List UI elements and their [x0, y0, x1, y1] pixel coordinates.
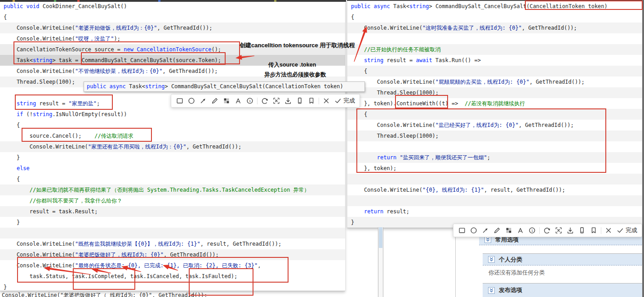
code-line: {	[0, 174, 345, 184]
toolbar-divider	[257, 98, 258, 104]
annotation-note: 异步方法也必须接收参数	[264, 71, 326, 79]
arrow-tool-icon[interactable]	[480, 225, 491, 235]
chevron-double-down-icon	[488, 256, 495, 263]
code-line	[347, 174, 644, 184]
code-line: //已开始执行的任务不能被取消	[347, 44, 644, 55]
code-line: string result = await Task.Run(() =>	[347, 55, 644, 66]
svg-text:1: 1	[249, 99, 251, 103]
done-button[interactable]: 完成	[614, 226, 639, 234]
code-line: {	[0, 12, 345, 22]
code-line: Console.WriteLine("这时我准备去买盐了，线程Id为: {0}"…	[347, 22, 644, 33]
section-header-publish-options[interactable]: 发布选项	[483, 284, 644, 297]
clipped-code-line: Console.WriteLine("老婆把饭做好了（ 线程Id为: {0}",…	[0, 292, 346, 297]
chevron-double-down-icon	[488, 287, 495, 294]
text-tool-icon[interactable]	[232, 96, 244, 106]
annotation-note: 传入source .token	[268, 61, 316, 69]
pin-icon[interactable]	[576, 225, 588, 235]
close-icon[interactable]	[603, 225, 614, 235]
toolbar-divider	[601, 227, 601, 234]
code-line: Console.WriteLine("家里还有盐不用买啦，线程Id为：{0}",…	[0, 141, 345, 152]
code-line: Thread.Sleep(1000);	[347, 87, 644, 98]
code-line	[0, 228, 345, 238]
code-line: Console.WriteLine("老婆开始做饭，线程Id为：{0}", Ge…	[0, 22, 345, 33]
annotation-red-box	[356, 108, 606, 173]
code-line: Console.WriteLine("{0}, 线程Id为: {1}", res…	[347, 184, 644, 195]
section-header-personal-category[interactable]: 个人分类	[483, 254, 644, 266]
ellipse-tool-icon[interactable]	[468, 225, 480, 235]
step-number-tool-icon[interactable]: 1	[244, 96, 256, 106]
annotation-toolbar: 1完成	[453, 224, 642, 237]
ellipse-tool-icon[interactable]	[186, 96, 197, 106]
code-line: }	[0, 152, 345, 163]
panel-divider	[455, 227, 456, 297]
done-check-icon	[334, 97, 342, 105]
annotation-note: 创建cancelltion tokensource 用于取消线程	[240, 41, 355, 50]
annotation-red-box	[81, 52, 226, 65]
code-line: public void CookDinner_CancelBuySalt()	[0, 1, 345, 12]
pin-icon[interactable]	[294, 96, 306, 106]
scrollbar-thumb[interactable]	[379, 227, 382, 248]
code-line: return result;	[347, 206, 644, 217]
bookmark-icon[interactable]	[306, 96, 317, 106]
ocr-icon[interactable]	[271, 96, 282, 106]
rect-tool-icon[interactable]	[174, 96, 186, 106]
text-tool-icon[interactable]	[515, 225, 526, 235]
pen-tool-icon[interactable]	[491, 225, 503, 235]
bookmark-icon[interactable]	[588, 225, 600, 235]
done-button[interactable]: 完成	[332, 97, 357, 105]
section-label: 发布选项	[499, 286, 522, 294]
mosaic-tool-icon[interactable]	[221, 96, 232, 106]
code-line: Console.WriteLine("既然有盐我就继续炒菜【{0}】，线程Id为…	[0, 238, 345, 249]
annotation-red-box	[395, 95, 448, 108]
code-line: //你都叫我不要买了，我拿什么给你？	[0, 195, 345, 206]
code-line: }, token).ContinueWith((t) => //若没有取消就继续…	[347, 98, 644, 109]
code-line: if (!string.IsNullOrEmpty(result))	[0, 109, 345, 120]
method-signature-tooltip: public async Task<string> CommandBuySalt…	[84, 81, 365, 92]
chevron-double-down-icon	[484, 236, 491, 243]
window-edge-strip	[642, 0, 644, 297]
done-label: 完成	[343, 97, 355, 105]
code-line: //如果已取消就不能再获得结果了（否则将抛出 System.Threading.…	[0, 184, 345, 195]
screenshot-root: { "colors": { "annotation_red": "#d23b2e…	[0, 0, 644, 297]
no-category-hint: 你还没有添加任何分类	[489, 269, 545, 277]
undo-icon[interactable]	[259, 96, 271, 106]
page-scrollbar[interactable]	[378, 227, 383, 297]
rect-tool-icon[interactable]	[456, 225, 468, 235]
annotation-toolbar: 1完成	[171, 94, 360, 108]
code-line: result = task.Result;	[0, 206, 345, 217]
step-number-tool-icon[interactable]: 1	[526, 225, 538, 235]
undo-icon[interactable]	[541, 225, 553, 235]
code-line: }	[0, 217, 345, 228]
code-line	[347, 33, 644, 44]
toolbar-divider	[539, 227, 540, 234]
save-icon[interactable]	[564, 225, 576, 235]
done-check-icon	[616, 226, 624, 234]
code-line: Console.WriteLine("屁颠屁颠的去买盐，线程Id为: {0}",…	[347, 76, 644, 87]
code-line: {	[347, 66, 644, 76]
code-line: }	[0, 282, 345, 291]
svg-text:1: 1	[531, 229, 533, 233]
code-line	[347, 195, 644, 206]
save-icon[interactable]	[282, 96, 294, 106]
mosaic-tool-icon[interactable]	[503, 225, 515, 235]
annotation-red-box	[525, 0, 643, 10]
close-icon[interactable]	[320, 96, 332, 106]
toolbar-divider	[319, 98, 319, 104]
done-label: 完成	[626, 226, 637, 234]
annotation-red-box	[15, 94, 113, 110]
clipped-window-chrome	[0, 0, 346, 2]
section-label: 个人分类	[499, 256, 522, 264]
annotation-red-box	[22, 128, 152, 142]
arrow-tool-icon[interactable]	[197, 96, 209, 106]
annotation-red-box	[73, 268, 135, 290]
ocr-icon[interactable]	[553, 225, 564, 235]
code-line: else	[0, 163, 345, 174]
pen-tool-icon[interactable]	[209, 96, 221, 106]
code-line: {	[347, 12, 644, 22]
annotation-red-box	[189, 268, 253, 296]
